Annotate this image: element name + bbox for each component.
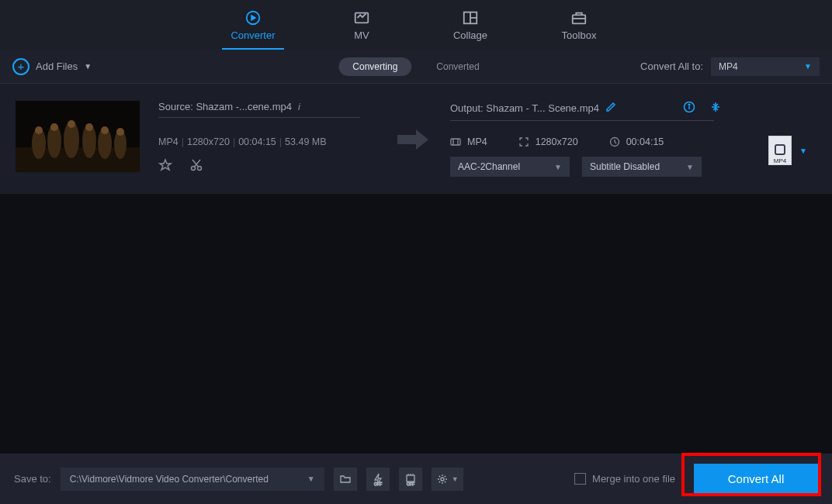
chip-icon: OFF	[404, 472, 418, 486]
open-folder-button[interactable]	[334, 468, 357, 491]
svg-point-21	[192, 167, 196, 171]
mv-icon	[353, 9, 370, 26]
svg-point-27	[688, 104, 690, 105]
collage-icon	[462, 9, 479, 26]
info-icon[interactable]: i	[298, 101, 300, 112]
footer: Save to: C:\Vidmore\Vidmore Video Conver…	[0, 454, 832, 504]
arrow-right-icon	[394, 127, 432, 152]
gpu-button[interactable]: OFF	[399, 468, 422, 491]
media-info-icon[interactable]	[683, 101, 695, 116]
add-files-label: Add Files	[36, 60, 78, 72]
video-icon	[450, 136, 461, 147]
rename-icon[interactable]	[605, 102, 616, 115]
plus-icon: +	[12, 58, 29, 75]
svg-point-19	[101, 126, 109, 134]
svg-point-15	[35, 126, 43, 134]
tab-converted[interactable]: Converted	[422, 57, 493, 76]
status-tabs: Converting	[338, 57, 411, 76]
svg-point-20	[116, 128, 124, 136]
empty-area	[0, 194, 832, 444]
caret-down-icon: ▼	[554, 163, 562, 171]
caret-down-icon: ▼	[686, 163, 694, 171]
nav-label: Converter	[231, 29, 275, 41]
convert-all-to-group: Convert All to: MP4 ▼	[640, 57, 820, 76]
caret-down-icon: ▼	[307, 475, 315, 483]
nav-tab-toolbox[interactable]: Toolbox	[548, 0, 610, 50]
tab-converting[interactable]: Converting	[338, 57, 411, 76]
nav-tab-converter[interactable]: Converter	[222, 0, 284, 50]
file-list: Source: Shazam -...cene.mp4 i MP4|1280x7…	[0, 84, 832, 194]
caret-down-icon: ▼	[452, 475, 459, 483]
source-column: Source: Shazam -...cene.mp4 i MP4|1280x7…	[158, 101, 376, 177]
converter-icon	[244, 9, 262, 26]
audio-track-select[interactable]: AAC-2Channel ▼	[450, 157, 570, 177]
output-label: Output: Shazam - T... Scene.mp4	[450, 102, 599, 114]
source-meta: MP4|1280x720|00:04:15|53.49 MB	[158, 136, 376, 147]
main-nav: Converter MV Collage Toolbox	[0, 0, 832, 50]
checkbox-icon	[574, 473, 586, 485]
lightning-icon: OFF	[371, 472, 385, 486]
clock-icon	[609, 136, 620, 147]
divider	[450, 120, 714, 121]
cut-icon[interactable]	[189, 158, 203, 172]
svg-text:OFF: OFF	[407, 482, 414, 486]
output-resolution: 1280x720	[518, 136, 578, 147]
svg-point-18	[85, 123, 93, 131]
nav-label: Collage	[453, 29, 487, 41]
svg-point-17	[68, 120, 75, 128]
settings-button[interactable]: ▼	[432, 468, 463, 491]
source-label: Source: Shazam -...cene.mp4	[158, 101, 292, 112]
divider	[158, 117, 360, 118]
video-thumbnail[interactable]	[16, 101, 140, 172]
arrow-column	[394, 101, 432, 177]
convert-all-to-select[interactable]: MP4 ▼	[711, 57, 820, 76]
nav-label: MV	[354, 29, 369, 41]
svg-point-22	[198, 167, 202, 171]
output-duration: 00:04:15	[609, 136, 664, 147]
caret-down-icon: ▼	[84, 62, 92, 71]
svg-rect-5	[573, 15, 586, 23]
output-format-button[interactable]: MP4	[768, 136, 792, 165]
subtitle-select[interactable]: Subtitle Disabled ▼	[582, 157, 702, 177]
nav-tab-collage[interactable]: Collage	[439, 0, 501, 50]
convert-all-to-value: MP4	[719, 61, 738, 72]
toolbox-icon	[570, 9, 588, 26]
convert-all-to-label: Convert All to:	[640, 60, 703, 72]
convert-all-button[interactable]: Convert All	[694, 464, 818, 495]
expand-icon	[518, 136, 529, 147]
svg-text:OFF: OFF	[374, 482, 382, 486]
hw-accel-button[interactable]: OFF	[366, 468, 390, 491]
svg-point-16	[50, 123, 58, 131]
effects-icon[interactable]	[158, 158, 172, 172]
format-caret-icon[interactable]: ▼	[799, 147, 807, 155]
folder-icon	[339, 473, 352, 485]
add-files-button[interactable]: + Add Files ▼	[12, 58, 92, 75]
nav-label: Toolbox	[562, 29, 597, 41]
compress-icon[interactable]	[709, 101, 722, 116]
svg-rect-29	[451, 139, 460, 145]
format-column: MP4 ▼	[768, 101, 816, 177]
output-column: Output: Shazam - T... Scene.mp4	[450, 101, 722, 177]
output-format: MP4	[450, 136, 487, 147]
save-to-label: Save to:	[14, 473, 51, 485]
save-path-select[interactable]: C:\Vidmore\Vidmore Video Converter\Conve…	[61, 468, 324, 491]
gear-icon	[436, 473, 449, 485]
caret-down-icon: ▼	[804, 62, 812, 71]
toolbar: + Add Files ▼ Converting Converted Conve…	[0, 50, 832, 84]
file-row: Source: Shazam -...cene.mp4 i MP4|1280x7…	[0, 84, 832, 194]
svg-point-39	[441, 478, 444, 481]
nav-tab-mv[interactable]: MV	[331, 0, 393, 50]
svg-rect-34	[407, 475, 414, 482]
merge-checkbox[interactable]: Merge into one file	[574, 473, 675, 485]
